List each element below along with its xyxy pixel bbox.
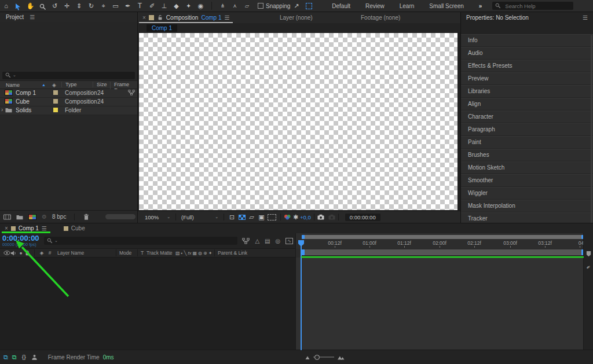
show-snapshot-icon[interactable] — [328, 214, 335, 220]
project-panel-menu-icon[interactable]: ☰ — [30, 14, 35, 20]
help-search-box[interactable] — [492, 2, 573, 10]
collapse-icon[interactable]: ▪ — [181, 251, 183, 256]
close-tab-icon[interactable]: × — [142, 14, 146, 21]
motion-blur-switch-icon[interactable]: ◍ — [198, 251, 202, 256]
column-track-matte[interactable]: Track Matte — [147, 250, 175, 256]
take-snapshot-icon[interactable] — [317, 214, 324, 220]
navigator-start-handle[interactable] — [302, 235, 305, 239]
snap-bounding-box-icon[interactable] — [306, 3, 312, 9]
panel-tab-mask-interpolation[interactable]: Mask Interpolation — [461, 200, 593, 212]
clone-stamp-tool-icon[interactable]: ⊥ — [158, 1, 170, 12]
eraser-tool-icon[interactable]: ◆ — [170, 1, 182, 12]
project-scrollbar[interactable] — [105, 214, 136, 219]
panel-tab-preview[interactable]: Preview — [461, 72, 593, 84]
zoom-in-mountains-icon[interactable] — [338, 355, 345, 360]
viewer-timecode[interactable]: 0:00:00:00 — [345, 214, 380, 221]
effects-icon[interactable]: fx — [188, 251, 191, 256]
puppet-pin-tool-icon[interactable]: ◉ — [195, 1, 207, 12]
layer-number-column[interactable]: # — [46, 250, 54, 256]
selection-tool-icon[interactable] — [12, 1, 24, 10]
rectangle-tool-icon[interactable]: ▭ — [109, 1, 122, 12]
label-column-icon[interactable]: ◈ — [38, 250, 46, 256]
local-axis-mode-icon[interactable]: ⋔ — [217, 1, 229, 12]
orbit-camera-tool-icon[interactable]: ↺ — [49, 1, 61, 12]
lock-icon[interactable] — [24, 250, 31, 256]
workspace-learn[interactable]: Learn — [400, 3, 415, 9]
workspace-overflow-chevron[interactable]: » — [479, 3, 482, 9]
resolution-select[interactable]: (Full)⌄ — [179, 213, 221, 221]
quality-icon[interactable]: ╲ — [184, 251, 186, 256]
frame-blend-switch-icon[interactable]: ▦ — [192, 251, 197, 256]
pan-camera-tool-icon[interactable]: ✛ — [61, 1, 73, 12]
timeline-tab-cube[interactable]: Cube — [71, 225, 85, 231]
draft-3d-icon[interactable]: △ — [255, 238, 259, 244]
work-area-bar[interactable] — [302, 249, 584, 255]
video-eye-icon[interactable] — [3, 251, 10, 255]
project-row-solids[interactable]: › Solids Folder — [0, 106, 137, 115]
playhead-line[interactable] — [301, 240, 302, 350]
zoom-slider-knob[interactable] — [314, 355, 320, 360]
unlock-icon[interactable] — [157, 14, 163, 21]
workspace-default[interactable]: Default — [332, 3, 350, 9]
grid-guides-icon[interactable]: ⊡ — [227, 212, 237, 223]
composition-panel-menu-icon[interactable]: ☰ — [224, 14, 229, 21]
zoom-out-mountain-icon[interactable] — [305, 355, 310, 360]
column-parent-link[interactable]: Parent & Link — [218, 250, 247, 256]
subtab-comp1[interactable]: Comp 1 — [147, 24, 177, 32]
column-type[interactable]: Type — [61, 82, 77, 87]
work-area-start-handle[interactable] — [302, 249, 305, 255]
mini-flowchart-icon[interactable] — [242, 238, 250, 244]
expand-transform-icon[interactable]: {} — [22, 354, 26, 360]
region-of-interest-icon[interactable]: ▣ — [257, 212, 266, 223]
panel-tab-smoother[interactable]: Smoother — [461, 174, 593, 186]
comp-button-icon[interactable]: ✒ — [584, 263, 592, 271]
adjustment-layer-icon[interactable]: ⊕ — [203, 251, 207, 256]
tab-footage[interactable]: Footage (none) — [361, 12, 400, 23]
dolly-camera-tool-icon[interactable]: ⇕ — [73, 1, 85, 12]
world-axis-mode-icon[interactable]: ⋏ — [229, 1, 241, 12]
panel-tab-paint[interactable]: Paint — [461, 136, 593, 148]
performance-icon[interactable] — [31, 354, 38, 361]
tab-composition-doc[interactable]: Comp 1 — [201, 14, 221, 21]
layer-list-empty-area[interactable] — [0, 258, 295, 350]
panel-tab-effects-presets[interactable]: Effects & Presets — [461, 60, 593, 72]
type-tool-icon[interactable]: T — [134, 1, 146, 12]
home-icon[interactable]: ⌂ — [0, 1, 12, 12]
panel-tab-motion-sketch[interactable]: Motion Sketch — [461, 161, 593, 174]
column-name[interactable]: Name — [6, 82, 20, 88]
rotation-tool-icon[interactable]: ↻ — [85, 1, 97, 12]
composite-preview-icon[interactable]: ⧉ — [3, 354, 8, 361]
composition-viewer[interactable] — [138, 32, 460, 211]
label-column-icon[interactable]: ◈ — [52, 82, 56, 88]
timeline-panel-menu-icon[interactable]: ☰ — [42, 225, 47, 231]
exposure-value[interactable]: +0,0 — [300, 214, 311, 220]
motion-blur-icon[interactable]: ◎ — [276, 238, 281, 244]
properties-scrollbar[interactable] — [591, 35, 592, 223]
timeline-search-input[interactable]: ⌄ — [44, 237, 237, 245]
new-folder-icon[interactable] — [16, 214, 23, 220]
column-mode[interactable]: Mode — [119, 250, 134, 256]
project-row-comp1[interactable]: Comp 1 Composition 24 — [0, 89, 137, 98]
panel-tab-libraries[interactable]: Libraries — [461, 85, 593, 97]
pan-behind-tool-icon[interactable]: ⌖ — [97, 1, 109, 12]
timeline-timecode[interactable]: 0:00:00:00 — [2, 235, 44, 242]
interpret-footage-icon[interactable] — [3, 214, 11, 220]
project-settings-icon[interactable]: ⚙ — [42, 214, 47, 220]
current-time-display[interactable]: 0:00:00:00 00000 (24.00 fps) — [2, 235, 44, 247]
hand-tool-icon[interactable]: ✋ — [24, 1, 36, 12]
delete-item-icon[interactable] — [83, 214, 90, 220]
project-row-cube[interactable]: Cube Composition 24 — [0, 98, 137, 106]
3d-layer-icon[interactable]: ✦ — [208, 251, 213, 256]
label-swatch[interactable] — [53, 99, 58, 104]
panel-tab-align[interactable]: Align — [461, 98, 593, 110]
render-current-frame-icon[interactable]: ⧉ — [12, 354, 17, 361]
brush-tool-icon[interactable]: ✐ — [146, 1, 158, 12]
pen-tool-icon[interactable]: ✒ — [122, 1, 134, 12]
layer-switches-icons[interactable]: ▧ ▪ ╲ fx ▦ ◍ ⊕ ✦ — [175, 251, 211, 256]
exposure-icon[interactable]: ✱ — [291, 212, 300, 223]
panel-tab-wiggler[interactable]: Wiggler — [461, 187, 593, 199]
crop-region-icon[interactable] — [268, 214, 276, 220]
label-swatch[interactable] — [53, 90, 58, 95]
new-composition-icon[interactable] — [28, 214, 36, 220]
panel-tab-brushes[interactable]: Brushes — [461, 149, 593, 161]
